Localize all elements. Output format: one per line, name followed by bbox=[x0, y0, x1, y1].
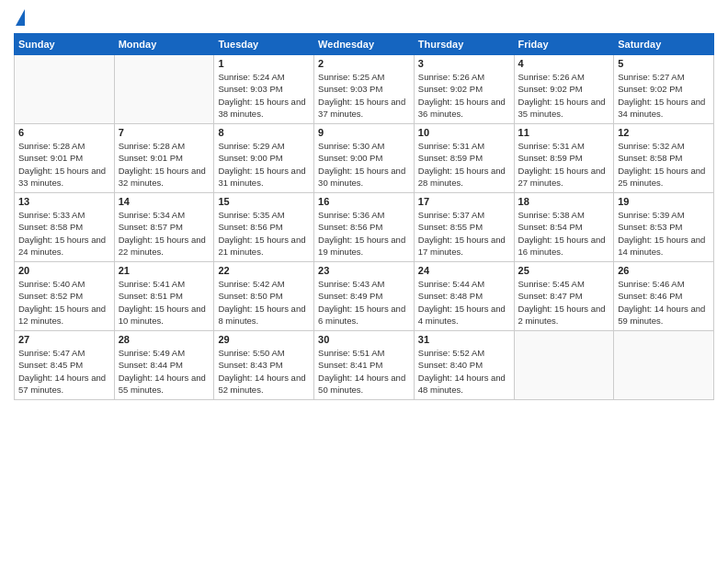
day-info: Sunrise: 5:50 AMSunset: 8:43 PMDaylight:… bbox=[218, 347, 310, 396]
day-cell bbox=[15, 55, 115, 124]
day-number: 27 bbox=[18, 334, 110, 345]
day-info: Sunrise: 5:31 AMSunset: 8:59 PMDaylight:… bbox=[518, 140, 610, 189]
day-cell: 14Sunrise: 5:34 AMSunset: 8:57 PMDayligh… bbox=[114, 193, 214, 262]
calendar: SundayMondayTuesdayWednesdayThursdayFrid… bbox=[14, 33, 714, 400]
day-cell: 23Sunrise: 5:43 AMSunset: 8:49 PMDayligh… bbox=[314, 262, 415, 331]
day-info: Sunrise: 5:43 AMSunset: 8:49 PMDaylight:… bbox=[318, 278, 410, 327]
day-info: Sunrise: 5:40 AMSunset: 8:52 PMDaylight:… bbox=[18, 278, 110, 327]
week-row-2: 6Sunrise: 5:28 AMSunset: 9:01 PMDaylight… bbox=[15, 124, 714, 193]
day-info: Sunrise: 5:25 AMSunset: 9:03 PMDaylight:… bbox=[318, 71, 410, 120]
day-number: 6 bbox=[18, 127, 110, 138]
day-number: 29 bbox=[218, 334, 310, 345]
week-row-5: 27Sunrise: 5:47 AMSunset: 8:45 PMDayligh… bbox=[15, 331, 714, 400]
day-info: Sunrise: 5:46 AMSunset: 8:46 PMDaylight:… bbox=[618, 278, 710, 327]
day-number: 22 bbox=[218, 265, 310, 276]
col-header-tuesday: Tuesday bbox=[214, 34, 314, 55]
day-info: Sunrise: 5:42 AMSunset: 8:50 PMDaylight:… bbox=[218, 278, 310, 327]
day-cell: 3Sunrise: 5:26 AMSunset: 9:02 PMDaylight… bbox=[414, 55, 514, 124]
day-cell: 5Sunrise: 5:27 AMSunset: 9:02 PMDaylight… bbox=[614, 55, 714, 124]
day-number: 31 bbox=[418, 334, 510, 345]
day-cell: 19Sunrise: 5:39 AMSunset: 8:53 PMDayligh… bbox=[614, 193, 714, 262]
day-cell: 11Sunrise: 5:31 AMSunset: 8:59 PMDayligh… bbox=[514, 124, 614, 193]
day-info: Sunrise: 5:32 AMSunset: 8:58 PMDaylight:… bbox=[618, 140, 710, 189]
day-info: Sunrise: 5:45 AMSunset: 8:47 PMDaylight:… bbox=[518, 278, 610, 327]
day-cell: 21Sunrise: 5:41 AMSunset: 8:51 PMDayligh… bbox=[114, 262, 214, 331]
day-cell: 8Sunrise: 5:29 AMSunset: 9:00 PMDaylight… bbox=[214, 124, 314, 193]
day-info: Sunrise: 5:36 AMSunset: 8:56 PMDaylight:… bbox=[318, 209, 410, 258]
day-number: 2 bbox=[318, 58, 410, 69]
day-info: Sunrise: 5:35 AMSunset: 8:56 PMDaylight:… bbox=[218, 209, 310, 258]
day-cell: 28Sunrise: 5:49 AMSunset: 8:44 PMDayligh… bbox=[114, 331, 214, 400]
day-info: Sunrise: 5:39 AMSunset: 8:53 PMDaylight:… bbox=[618, 209, 710, 258]
day-number: 20 bbox=[18, 265, 110, 276]
col-header-monday: Monday bbox=[114, 34, 214, 55]
day-number: 30 bbox=[318, 334, 410, 345]
day-cell: 25Sunrise: 5:45 AMSunset: 8:47 PMDayligh… bbox=[514, 262, 614, 331]
day-info: Sunrise: 5:33 AMSunset: 8:58 PMDaylight:… bbox=[18, 209, 110, 258]
day-number: 14 bbox=[119, 196, 210, 207]
day-cell: 1Sunrise: 5:24 AMSunset: 9:03 PMDaylight… bbox=[214, 55, 314, 124]
day-cell: 27Sunrise: 5:47 AMSunset: 8:45 PMDayligh… bbox=[15, 331, 115, 400]
day-info: Sunrise: 5:37 AMSunset: 8:55 PMDaylight:… bbox=[418, 209, 510, 258]
day-cell: 7Sunrise: 5:28 AMSunset: 9:01 PMDaylight… bbox=[114, 124, 214, 193]
day-cell: 4Sunrise: 5:26 AMSunset: 9:02 PMDaylight… bbox=[514, 55, 614, 124]
day-info: Sunrise: 5:26 AMSunset: 9:02 PMDaylight:… bbox=[418, 71, 510, 120]
day-cell: 18Sunrise: 5:38 AMSunset: 8:54 PMDayligh… bbox=[514, 193, 614, 262]
day-info: Sunrise: 5:30 AMSunset: 9:00 PMDaylight:… bbox=[318, 140, 410, 189]
day-info: Sunrise: 5:41 AMSunset: 8:51 PMDaylight:… bbox=[119, 278, 210, 327]
day-number: 1 bbox=[218, 58, 310, 69]
day-number: 7 bbox=[119, 127, 210, 138]
day-info: Sunrise: 5:51 AMSunset: 8:41 PMDaylight:… bbox=[318, 347, 410, 396]
day-number: 18 bbox=[518, 196, 610, 207]
day-cell bbox=[514, 331, 614, 400]
day-number: 16 bbox=[318, 196, 410, 207]
day-cell: 20Sunrise: 5:40 AMSunset: 8:52 PMDayligh… bbox=[15, 262, 115, 331]
header-row: SundayMondayTuesdayWednesdayThursdayFrid… bbox=[15, 34, 714, 55]
day-cell: 9Sunrise: 5:30 AMSunset: 9:00 PMDaylight… bbox=[314, 124, 415, 193]
col-header-friday: Friday bbox=[514, 34, 614, 55]
week-row-3: 13Sunrise: 5:33 AMSunset: 8:58 PMDayligh… bbox=[15, 193, 714, 262]
day-cell: 29Sunrise: 5:50 AMSunset: 8:43 PMDayligh… bbox=[214, 331, 314, 400]
week-row-4: 20Sunrise: 5:40 AMSunset: 8:52 PMDayligh… bbox=[15, 262, 714, 331]
page: SundayMondayTuesdayWednesdayThursdayFrid… bbox=[0, 0, 728, 563]
day-number: 23 bbox=[318, 265, 410, 276]
day-number: 28 bbox=[119, 334, 210, 345]
day-cell: 30Sunrise: 5:51 AMSunset: 8:41 PMDayligh… bbox=[314, 331, 415, 400]
day-number: 8 bbox=[218, 127, 310, 138]
day-info: Sunrise: 5:29 AMSunset: 9:00 PMDaylight:… bbox=[218, 140, 310, 189]
day-cell: 15Sunrise: 5:35 AMSunset: 8:56 PMDayligh… bbox=[214, 193, 314, 262]
day-cell: 16Sunrise: 5:36 AMSunset: 8:56 PMDayligh… bbox=[314, 193, 415, 262]
day-cell: 12Sunrise: 5:32 AMSunset: 8:58 PMDayligh… bbox=[614, 124, 714, 193]
col-header-wednesday: Wednesday bbox=[314, 34, 415, 55]
day-number: 17 bbox=[418, 196, 510, 207]
day-info: Sunrise: 5:52 AMSunset: 8:40 PMDaylight:… bbox=[418, 347, 510, 396]
col-header-saturday: Saturday bbox=[614, 34, 714, 55]
logo bbox=[14, 9, 25, 26]
col-header-sunday: Sunday bbox=[15, 34, 115, 55]
day-number: 12 bbox=[618, 127, 710, 138]
day-number: 25 bbox=[518, 265, 610, 276]
day-info: Sunrise: 5:49 AMSunset: 8:44 PMDaylight:… bbox=[119, 347, 210, 396]
logo-icon bbox=[16, 9, 25, 26]
day-number: 21 bbox=[119, 265, 210, 276]
day-info: Sunrise: 5:47 AMSunset: 8:45 PMDaylight:… bbox=[18, 347, 110, 396]
day-cell: 2Sunrise: 5:25 AMSunset: 9:03 PMDaylight… bbox=[314, 55, 415, 124]
day-number: 4 bbox=[518, 58, 610, 69]
day-number: 13 bbox=[18, 196, 110, 207]
day-cell bbox=[614, 331, 714, 400]
day-number: 26 bbox=[618, 265, 710, 276]
day-number: 5 bbox=[618, 58, 710, 69]
day-cell: 22Sunrise: 5:42 AMSunset: 8:50 PMDayligh… bbox=[214, 262, 314, 331]
day-number: 11 bbox=[518, 127, 610, 138]
header bbox=[14, 9, 714, 26]
day-number: 9 bbox=[318, 127, 410, 138]
day-cell bbox=[114, 55, 214, 124]
day-info: Sunrise: 5:26 AMSunset: 9:02 PMDaylight:… bbox=[518, 71, 610, 120]
day-cell: 26Sunrise: 5:46 AMSunset: 8:46 PMDayligh… bbox=[614, 262, 714, 331]
day-info: Sunrise: 5:31 AMSunset: 8:59 PMDaylight:… bbox=[418, 140, 510, 189]
day-cell: 31Sunrise: 5:52 AMSunset: 8:40 PMDayligh… bbox=[414, 331, 514, 400]
day-info: Sunrise: 5:44 AMSunset: 8:48 PMDaylight:… bbox=[418, 278, 510, 327]
day-info: Sunrise: 5:27 AMSunset: 9:02 PMDaylight:… bbox=[618, 71, 710, 120]
day-number: 15 bbox=[218, 196, 310, 207]
col-header-thursday: Thursday bbox=[414, 34, 514, 55]
